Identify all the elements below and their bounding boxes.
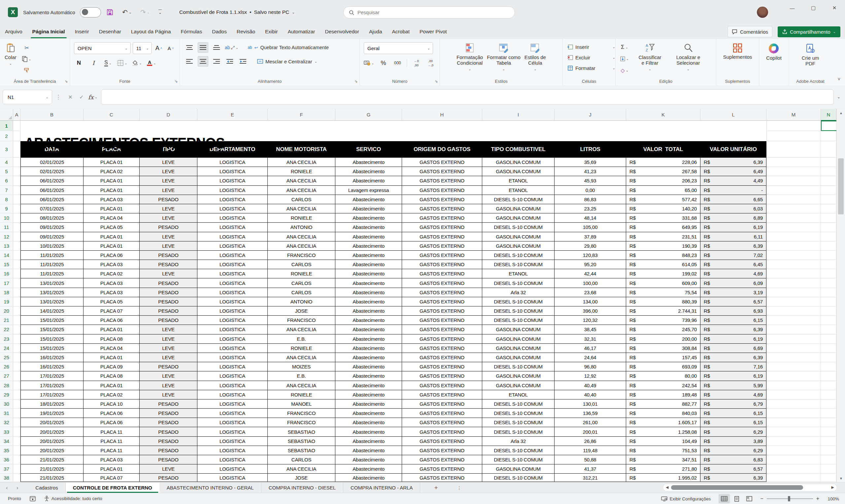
cell[interactable]: SEBASTIAO <box>268 427 335 436</box>
cell[interactable]: R$228,06 <box>626 158 700 167</box>
cell[interactable]: R$6,39 <box>700 353 767 362</box>
sheet-nav-right-arrow[interactable]: › <box>17 485 18 491</box>
cell[interactable] <box>767 399 821 409</box>
cell[interactable]: LOGISTICA <box>197 455 268 464</box>
cell[interactable]: ANA CECILIA <box>268 204 335 213</box>
cell[interactable]: R$1.995,02 <box>626 474 700 482</box>
cell[interactable] <box>821 223 837 232</box>
cell[interactable]: 261,00 <box>554 418 626 427</box>
cell[interactable]: MANOEL <box>268 399 335 409</box>
save-button[interactable] <box>106 8 113 16</box>
close-button[interactable]: ✕ <box>824 0 845 16</box>
cell[interactable]: GASOLINA COMUM <box>482 167 554 176</box>
borders-button[interactable]: ⌄ <box>118 58 127 68</box>
cell[interactable] <box>767 427 821 436</box>
cell[interactable]: R$242,54 <box>626 381 700 390</box>
sheet-tab-options[interactable]: ⋮ <box>457 485 462 490</box>
cell[interactable]: LOGISTICA <box>197 335 268 344</box>
cell[interactable]: PESADO <box>140 409 197 418</box>
column-header-M[interactable]: M <box>767 109 821 121</box>
cell[interactable]: FRANCISCO <box>268 251 335 260</box>
cell[interactable]: R$3,19 <box>700 288 767 297</box>
cell[interactable]: Abastecimento <box>335 372 402 381</box>
record-macro-button[interactable] <box>30 496 36 501</box>
cell[interactable] <box>821 306 837 316</box>
row-header-19[interactable]: 19 <box>0 297 13 306</box>
cell[interactable]: R$6,39 <box>700 474 767 482</box>
cell[interactable]: 15/01/2025 <box>20 325 84 334</box>
cell[interactable]: R$4,69 <box>700 390 767 399</box>
cell[interactable] <box>767 241 821 251</box>
cell[interactable] <box>767 158 821 167</box>
cell[interactable]: 130,01 <box>554 399 626 409</box>
underline-button[interactable]: S⌄ <box>103 58 113 68</box>
document-title[interactable]: Combustível de Frota 1.1.xlsx • Salvo ne… <box>179 0 295 24</box>
paste-button[interactable]: Colar ⌄ <box>5 41 17 74</box>
cell[interactable]: LEVE <box>140 372 197 381</box>
cell[interactable]: R$3,89 <box>700 437 767 446</box>
format-cells-button[interactable]: Formatar⌄ <box>567 63 615 73</box>
cell[interactable] <box>767 131 821 141</box>
cell[interactable]: GASTOS EXTERNO <box>402 223 482 232</box>
cell[interactable]: R$6,11 <box>700 232 767 241</box>
cell[interactable]: Abastecimento <box>335 399 402 409</box>
cell[interactable]: PLACA 01 <box>84 232 140 241</box>
sheet-tab[interactable]: CONTROLE DE FROTA EXTERNO <box>66 483 159 493</box>
cell[interactable]: GASTOS EXTERNO <box>402 167 482 176</box>
cell[interactable]: R$6,15 <box>700 418 767 427</box>
ribbon-tab-desenhar[interactable]: Desenhar <box>94 24 126 39</box>
cell[interactable]: LOGISTICA <box>197 241 268 251</box>
cell[interactable]: JOSE <box>268 474 335 482</box>
cell[interactable]: PLACA 07 <box>84 306 140 316</box>
cell[interactable] <box>13 390 20 399</box>
cell[interactable]: R$6,15 <box>700 409 767 418</box>
cell[interactable] <box>13 251 20 260</box>
cell[interactable]: R$200,00 <box>626 335 700 344</box>
cell[interactable]: R$65,00 <box>626 186 700 195</box>
cell[interactable] <box>13 399 20 409</box>
font-family-select[interactable]: OPEN⌄ <box>74 42 131 54</box>
cell[interactable]: Abastecimento <box>335 390 402 399</box>
cell[interactable] <box>821 399 837 409</box>
column-header-J[interactable]: J <box>554 109 626 121</box>
cell[interactable] <box>13 278 20 288</box>
row-header-16[interactable]: 16 <box>0 269 13 278</box>
cell[interactable]: SEBASTIAO <box>268 437 335 446</box>
cell[interactable]: Abastecimento <box>335 446 402 455</box>
cell[interactable]: 06/01/2025 <box>20 186 84 195</box>
cell[interactable]: LEVE <box>140 186 197 195</box>
name-box[interactable]: N1 ⌄ <box>3 90 52 104</box>
cell[interactable]: GASTOS EXTERNO <box>402 390 482 399</box>
merge-center-button[interactable]: Mesclar e Centralizar ⌄ <box>257 56 317 67</box>
cell-styles-button[interactable]: Estilos de Célula ⌄ <box>525 41 546 74</box>
expand-formula-bar-button[interactable]: ⌄ <box>837 95 840 99</box>
comma-style-button[interactable]: 000 <box>392 58 402 68</box>
row-header-28[interactable]: 28 <box>0 381 13 390</box>
cell[interactable]: PLACA 02 <box>84 269 140 278</box>
cell[interactable] <box>767 186 821 195</box>
minimize-button[interactable]: — <box>781 0 803 16</box>
ribbon-tab-acrobat[interactable]: Acrobat <box>387 24 415 39</box>
cell[interactable]: PLACA 01 <box>84 176 140 185</box>
cell[interactable]: Abastecimento <box>335 325 402 334</box>
cell[interactable]: GASTOS EXTERNO <box>402 306 482 316</box>
sheet-tab[interactable]: COMPRA INTERNO - ARLA <box>343 483 420 493</box>
cell[interactable]: CARLOS <box>268 278 335 288</box>
cell[interactable] <box>767 278 821 288</box>
cell[interactable]: 15/01/2025 <box>20 316 84 325</box>
cell[interactable] <box>821 316 837 325</box>
orientation-button[interactable]: ab⤢⌄ <box>225 42 238 52</box>
cell[interactable]: LOGISTICA <box>197 381 268 390</box>
cell[interactable] <box>821 437 837 446</box>
share-button[interactable]: Compartilhamento ⌄ <box>778 26 840 37</box>
normal-view-button[interactable] <box>719 494 730 503</box>
scroll-up-arrow[interactable]: ▲ <box>837 109 845 117</box>
cell[interactable]: PLACA 03 <box>84 288 140 297</box>
cell[interactable]: GASTOS EXTERNO <box>402 297 482 306</box>
cell[interactable] <box>13 232 20 241</box>
cell[interactable]: 11/01/2025 <box>20 269 84 278</box>
cell[interactable]: R$308,84 <box>626 344 700 353</box>
cell[interactable] <box>767 176 821 185</box>
cell[interactable] <box>767 269 821 278</box>
cell[interactable]: Abastecimento <box>335 232 402 241</box>
